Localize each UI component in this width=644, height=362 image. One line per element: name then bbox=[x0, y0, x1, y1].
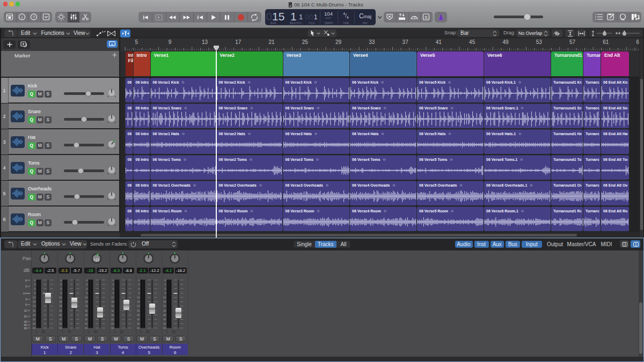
svg-text:Turnaro: Turnaro bbox=[586, 80, 599, 84]
svg-text:6: 6 bbox=[86, 287, 88, 290]
svg-text:9: 9 bbox=[165, 292, 166, 294]
svg-text:3: 3 bbox=[60, 283, 62, 286]
svg-text:3: 3 bbox=[165, 283, 166, 286]
svg-text:Turnaround1 Hat.: Turnaround1 Hat. bbox=[553, 132, 584, 136]
svg-text:50: 50 bbox=[33, 322, 35, 325]
svg-text:6: 6 bbox=[25, 279, 27, 282]
svg-text:06 Verse1 Overheads○: 06 Verse1 Overheads○ bbox=[153, 183, 196, 188]
svg-text:36: 36 bbox=[59, 314, 62, 316]
svg-text:60: 60 bbox=[33, 327, 35, 329]
svg-text:06 Verse6 Overheads.1○: 06 Verse6 Overheads.1○ bbox=[486, 183, 532, 188]
svg-text:18: 18 bbox=[33, 300, 35, 303]
svg-text:50: 50 bbox=[163, 322, 166, 325]
svg-text:30: 30 bbox=[111, 309, 114, 312]
svg-text:12: 12 bbox=[137, 296, 140, 299]
svg-text:3: 3 bbox=[138, 283, 140, 286]
svg-text:06 Intro: 06 Intro bbox=[136, 183, 149, 187]
svg-text:18: 18 bbox=[59, 300, 62, 303]
svg-text:36: 36 bbox=[111, 314, 114, 316]
svg-text:12: 12 bbox=[85, 296, 88, 299]
svg-text:9: 9 bbox=[34, 292, 36, 294]
svg-text:06 Verse5 Overheads○: 06 Verse5 Overheads○ bbox=[419, 183, 462, 188]
svg-text:30: 30 bbox=[163, 309, 166, 312]
svg-text:42: 42 bbox=[111, 318, 114, 321]
svg-text:06 Verse4 Overheads○: 06 Verse4 Overheads○ bbox=[352, 183, 395, 188]
svg-text:06 Verse6 Toms.1○: 06 Verse6 Toms.1○ bbox=[486, 157, 523, 162]
svg-text:24: 24 bbox=[137, 305, 140, 307]
svg-text:0: 0 bbox=[60, 279, 62, 282]
svg-text:3: 3 bbox=[86, 283, 88, 286]
svg-text:3: 3 bbox=[112, 283, 114, 286]
svg-text:12: 12 bbox=[33, 296, 35, 299]
svg-text:42: 42 bbox=[33, 318, 35, 321]
svg-text:06 Intro: 06 Intro bbox=[136, 132, 149, 136]
svg-text:Turnaround1 Snar: Turnaround1 Snar bbox=[553, 106, 586, 110]
svg-text:50: 50 bbox=[111, 322, 114, 325]
svg-text:06: 06 bbox=[128, 183, 132, 187]
svg-text:18: 18 bbox=[85, 300, 88, 303]
svg-text:60: 60 bbox=[111, 327, 114, 329]
svg-text:50: 50 bbox=[59, 322, 62, 325]
svg-text:3: 3 bbox=[25, 298, 27, 301]
svg-text:24: 24 bbox=[59, 305, 62, 307]
svg-text:60: 60 bbox=[163, 327, 166, 329]
svg-text:06 End Alt Room.: 06 End Alt Room. bbox=[603, 209, 634, 213]
svg-text:Turnaround1 Over: Turnaround1 Over bbox=[553, 183, 586, 187]
svg-text:Turnaro: Turnaro bbox=[586, 132, 599, 136]
svg-text:6: 6 bbox=[34, 287, 36, 290]
svg-text:42: 42 bbox=[137, 318, 140, 321]
svg-text:Turnaro: Turnaro bbox=[586, 183, 599, 187]
svg-text:0: 0 bbox=[86, 279, 88, 282]
svg-text:30: 30 bbox=[59, 309, 62, 312]
svg-text:Turnaround1 Roo: Turnaround1 Roo bbox=[553, 209, 584, 213]
svg-text:+11: +11 bbox=[94, 257, 100, 261]
svg-text:06: 06 bbox=[128, 209, 132, 213]
svg-text:06 Verse2 Overheads○: 06 Verse2 Overheads○ bbox=[219, 183, 262, 188]
svg-text:0: 0 bbox=[112, 279, 114, 282]
svg-text:60: 60 bbox=[85, 327, 88, 329]
svg-text:42: 42 bbox=[59, 318, 62, 321]
svg-text:24: 24 bbox=[85, 305, 88, 307]
svg-text:06 Verse6 Snare.1○: 06 Verse6 Snare.1○ bbox=[486, 106, 524, 110]
svg-text:24: 24 bbox=[163, 305, 166, 307]
svg-text:60: 60 bbox=[59, 327, 62, 329]
svg-text:06 Verse3 Overheads○: 06 Verse3 Overheads○ bbox=[286, 183, 328, 188]
svg-text:36: 36 bbox=[137, 314, 140, 316]
svg-text:42: 42 bbox=[163, 318, 166, 321]
svg-text:24: 24 bbox=[33, 305, 35, 307]
svg-text:9: 9 bbox=[112, 292, 114, 294]
svg-text:6: 6 bbox=[138, 287, 140, 290]
svg-text:0: 0 bbox=[23, 292, 25, 295]
svg-text:06 Intro: 06 Intro bbox=[136, 80, 149, 84]
svg-text:36: 36 bbox=[85, 314, 88, 316]
svg-text:36: 36 bbox=[163, 314, 166, 316]
svg-text:Turnaro: Turnaro bbox=[586, 158, 599, 161]
svg-text:9: 9 bbox=[86, 292, 88, 294]
svg-text:Turnaround1 Tom: Turnaround1 Tom bbox=[553, 158, 585, 161]
svg-text:06 End Alt Toms.1: 06 End Alt Toms.1 bbox=[603, 158, 635, 161]
svg-text:18: 18 bbox=[111, 300, 114, 303]
svg-text:6: 6 bbox=[165, 287, 166, 290]
svg-text:9: 9 bbox=[138, 292, 140, 294]
svg-text:12: 12 bbox=[24, 309, 27, 312]
svg-text:06 End Alt Snare.: 06 End Alt Snare. bbox=[603, 106, 634, 110]
svg-text:50: 50 bbox=[85, 322, 88, 325]
svg-text:06: 06 bbox=[128, 132, 132, 136]
svg-text:12: 12 bbox=[59, 296, 62, 299]
svg-text:3: 3 bbox=[34, 283, 36, 286]
svg-text:0: 0 bbox=[165, 279, 166, 282]
svg-text:06 Intro: 06 Intro bbox=[136, 158, 149, 161]
svg-text:60: 60 bbox=[24, 327, 27, 330]
svg-text:12: 12 bbox=[111, 296, 114, 299]
svg-text:18: 18 bbox=[137, 300, 140, 303]
svg-text:12: 12 bbox=[163, 296, 166, 299]
svg-text:6: 6 bbox=[60, 287, 62, 290]
svg-text:06 Intro: 06 Intro bbox=[136, 106, 149, 110]
svg-text:6: 6 bbox=[112, 287, 114, 290]
svg-text:06 Verse6 Room.1○: 06 Verse6 Room.1○ bbox=[486, 209, 524, 213]
svg-text:20: 20 bbox=[24, 315, 27, 318]
svg-text:0: 0 bbox=[138, 279, 140, 282]
svg-text:3: 3 bbox=[25, 285, 27, 288]
svg-text:Turnaround1 Kick.: Turnaround1 Kick. bbox=[553, 80, 586, 84]
svg-text:30: 30 bbox=[33, 309, 35, 312]
